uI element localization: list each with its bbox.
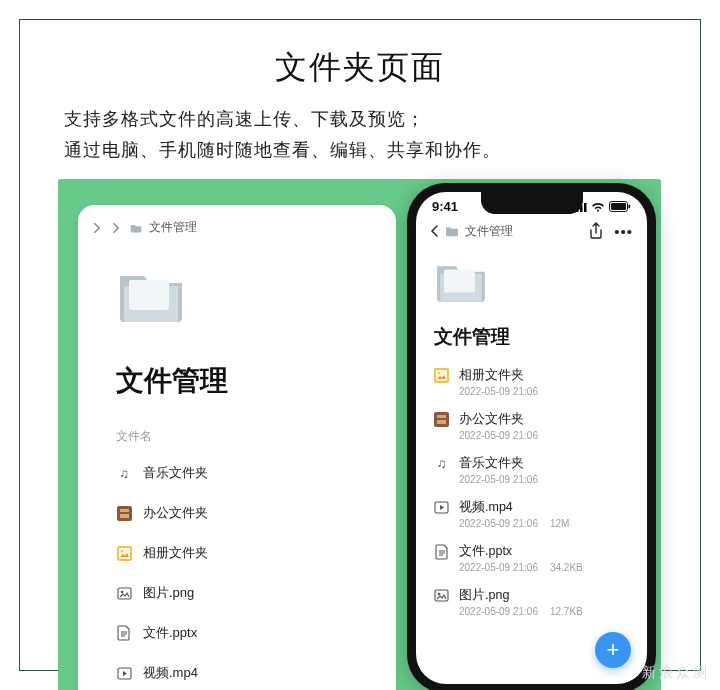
- svg-rect-23: [437, 420, 446, 424]
- svg-rect-0: [129, 280, 169, 310]
- svg-rect-17: [444, 269, 475, 292]
- phone-notch: [481, 192, 583, 214]
- folder-icon: [445, 225, 459, 237]
- list-item[interactable]: 文件.pptx2022-05-09 21:0634.2KB: [434, 536, 629, 580]
- wifi-icon: [591, 202, 605, 212]
- list-item[interactable]: ♫音乐文件夹: [116, 453, 358, 493]
- photos-icon: [434, 368, 449, 383]
- file-name: 音乐文件夹: [459, 455, 524, 472]
- list-item[interactable]: 图片.png: [116, 573, 358, 613]
- list-item[interactable]: 相册文件夹2022-05-09 21:06: [434, 360, 629, 404]
- video-icon: [116, 665, 132, 681]
- file-name: 图片.png: [459, 587, 509, 604]
- file-name: 视频.mp4: [459, 499, 513, 516]
- file-meta: 2022-05-09 21:06: [459, 386, 538, 397]
- chevron-right-icon: [111, 222, 123, 234]
- list-item[interactable]: 文件.pptx: [116, 613, 358, 653]
- video-icon: [434, 500, 449, 515]
- file-meta: 2022-05-09 21:06: [459, 518, 538, 529]
- folder-icon: [130, 222, 142, 234]
- list-item[interactable]: 办公文件夹: [116, 493, 358, 533]
- subtitle: 支持多格式文件的高速上传、下载及预览； 通过电脑、手机随时随地查看、编辑、共享和…: [64, 104, 676, 165]
- breadcrumb[interactable]: 文件管理: [78, 205, 396, 236]
- file-name: 文件.pptx: [143, 624, 197, 642]
- svg-rect-21: [434, 412, 449, 427]
- image-icon: [434, 588, 449, 603]
- chevron-left-icon: [430, 225, 439, 237]
- chevron-right-icon: [92, 222, 104, 234]
- list-item[interactable]: 图片.png2022-05-09 21:0612.7KB: [434, 580, 629, 624]
- file-name: 文件.pptx: [459, 543, 512, 560]
- page-title: 文件夹页面: [44, 46, 676, 90]
- desktop-heading: 文件管理: [116, 362, 358, 400]
- file-name: 音乐文件夹: [143, 464, 208, 482]
- svg-rect-15: [611, 203, 626, 210]
- office-icon: [434, 412, 449, 427]
- svg-rect-2: [120, 509, 129, 512]
- svg-point-6: [120, 549, 122, 551]
- watermark: 新浪众测: [642, 664, 710, 682]
- svg-rect-1: [117, 506, 132, 521]
- file-name: 相册文件夹: [143, 544, 208, 562]
- svg-point-8: [120, 590, 123, 593]
- file-name: 办公文件夹: [143, 504, 208, 522]
- list-item[interactable]: 办公文件夹2022-05-09 21:06: [434, 404, 629, 448]
- file-name: 视频.mp4: [143, 664, 198, 682]
- list-item[interactable]: 相册文件夹: [116, 533, 358, 573]
- phone-breadcrumb[interactable]: 文件管理: [430, 223, 513, 240]
- subtitle-line2: 通过电脑、手机随时随地查看、编辑、共享和协作。: [64, 135, 676, 166]
- svg-point-20: [438, 372, 440, 374]
- svg-rect-13: [584, 203, 587, 212]
- photos-icon: [116, 545, 132, 561]
- battery-icon: [609, 201, 631, 212]
- file-meta: 2022-05-09 21:06: [459, 606, 538, 617]
- subtitle-line1: 支持多格式文件的高速上传、下载及预览；: [64, 104, 676, 135]
- desktop-window: 文件管理 文件管理 文件名 ♫音乐文件夹办公文件夹相册文件夹图片.png文件.p…: [78, 205, 396, 690]
- share-icon[interactable]: [588, 222, 604, 240]
- music-icon: ♫: [116, 465, 132, 481]
- file-size: 12M: [550, 518, 569, 529]
- svg-point-26: [438, 593, 441, 596]
- svg-rect-25: [435, 590, 448, 601]
- phone-topbar: 文件管理 •••: [416, 214, 647, 244]
- file-size: 12.7KB: [550, 606, 583, 617]
- image-icon: [116, 585, 132, 601]
- svg-rect-7: [118, 588, 131, 599]
- list-item[interactable]: ♫音乐文件夹2022-05-09 21:06: [434, 448, 629, 492]
- column-header: 文件名: [116, 428, 358, 453]
- svg-rect-3: [120, 514, 129, 518]
- file-meta: 2022-05-09 21:06: [459, 474, 538, 485]
- music-icon: ♫: [434, 456, 449, 471]
- add-button[interactable]: +: [595, 632, 631, 668]
- list-item[interactable]: 视频.mp4: [116, 653, 358, 690]
- breadcrumb-label: 文件管理: [149, 219, 197, 236]
- file-size: 34.2KB: [550, 562, 583, 573]
- folder-large-icon: [434, 258, 488, 304]
- file-name: 图片.png: [143, 584, 194, 602]
- phone-device: 9:41 文件管理 ••• 文件管理: [407, 183, 656, 690]
- folder-large-icon: [116, 266, 186, 324]
- file-name: 相册文件夹: [459, 367, 524, 384]
- status-time: 9:41: [432, 199, 458, 214]
- file-meta: 2022-05-09 21:06: [459, 562, 538, 573]
- svg-rect-16: [629, 205, 631, 209]
- file-icon: [434, 544, 449, 559]
- list-item[interactable]: 视频.mp42022-05-09 21:0612M: [434, 492, 629, 536]
- more-icon[interactable]: •••: [614, 223, 633, 240]
- svg-rect-19: [436, 370, 447, 381]
- phone-screen: 9:41 文件管理 ••• 文件管理: [416, 192, 647, 684]
- svg-rect-5: [119, 548, 130, 559]
- svg-rect-22: [437, 415, 446, 418]
- office-icon: [116, 505, 132, 521]
- phone-breadcrumb-label: 文件管理: [465, 223, 513, 240]
- file-icon: [116, 625, 132, 641]
- phone-heading: 文件管理: [434, 324, 629, 350]
- file-meta: 2022-05-09 21:06: [459, 430, 538, 441]
- file-name: 办公文件夹: [459, 411, 524, 428]
